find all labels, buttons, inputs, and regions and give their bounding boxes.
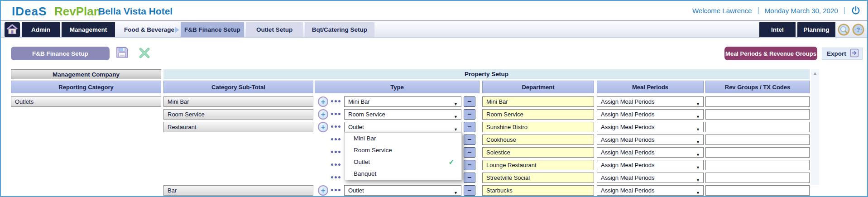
meal-periods-select[interactable]: Assign Meal Periods▼ xyxy=(597,109,704,120)
department-field[interactable]: Solestice xyxy=(482,147,594,158)
rev-groups-input[interactable] xyxy=(705,135,810,145)
table-row: Outlets Mini Bar + Mini Bar▼ − Mini Bar … xyxy=(1,96,868,107)
divider: | xyxy=(844,6,845,15)
chevron-down-icon: ▼ xyxy=(454,100,458,109)
nav-item-management[interactable]: Management xyxy=(62,22,115,37)
department-field[interactable]: Lounge Restaurant xyxy=(482,160,594,170)
export-icon xyxy=(850,48,859,59)
category-subtotal-cell: Bar xyxy=(163,185,313,196)
chevron-down-icon: ▼ xyxy=(696,188,700,197)
department-field[interactable]: Streetville Social xyxy=(482,173,594,183)
rev-groups-input[interactable] xyxy=(705,122,810,132)
remove-row-button[interactable]: − xyxy=(464,109,475,120)
column-header-department: Department xyxy=(482,81,594,93)
column-header-reporting-category: Reporting Category xyxy=(11,81,161,93)
add-row-button[interactable]: + xyxy=(318,185,328,196)
rev-groups-input[interactable] xyxy=(705,185,810,196)
cancel-icon[interactable] xyxy=(138,47,151,61)
tab-outlet-setup[interactable]: Outlet Setup xyxy=(246,22,303,37)
add-row-button[interactable]: + xyxy=(318,109,328,120)
check-icon: ✓ xyxy=(448,156,454,168)
meal-periods-select[interactable]: Assign Meal Periods▼ xyxy=(597,185,704,196)
department-field[interactable]: Room Service xyxy=(482,109,594,120)
drag-handle-icon[interactable] xyxy=(331,189,342,191)
meal-periods-select[interactable]: Assign Meal Periods▼ xyxy=(597,122,704,132)
dropdown-item-room-service[interactable]: Room Service xyxy=(345,144,461,156)
rev-groups-input[interactable] xyxy=(705,96,810,107)
chevron-down-icon: ▼ xyxy=(454,188,458,197)
save-icon[interactable] xyxy=(115,46,129,60)
breadcrumb-arrow-icon xyxy=(175,27,179,33)
nav-item-admin[interactable]: Admin xyxy=(22,22,60,37)
meal-periods-select[interactable]: Assign Meal Periods▼ xyxy=(597,173,704,183)
dropdown-item-banquet[interactable]: Banquet xyxy=(345,168,461,180)
date-text: Monday March 30, 2020 xyxy=(765,7,838,14)
logo-revplan: RevPlan xyxy=(54,5,101,19)
drag-handle-icon[interactable] xyxy=(331,113,342,115)
app-window: IDeaS RevPlan Bella Vista Hotel Welcome … xyxy=(0,0,868,197)
category-subtotal-cell: Mini Bar xyxy=(163,96,313,107)
rev-groups-input[interactable] xyxy=(705,147,810,158)
meal-periods-select[interactable]: Assign Meal Periods▼ xyxy=(597,96,704,107)
logout-power-icon[interactable] xyxy=(851,5,861,15)
department-field[interactable]: Starbucks xyxy=(482,185,594,196)
remove-row-button[interactable]: − xyxy=(464,96,475,107)
remove-row-button[interactable]: − xyxy=(464,147,475,158)
add-row-button[interactable]: + xyxy=(318,96,328,107)
drag-handle-icon[interactable] xyxy=(331,100,342,102)
column-header-rev-groups: Rev Groups / TX Codes xyxy=(705,81,810,93)
type-select-open[interactable]: Outlet▼ xyxy=(344,122,461,132)
rev-groups-input[interactable] xyxy=(705,173,810,183)
group-header-management-company: Management Company xyxy=(11,69,161,79)
dropdown-item-outlet[interactable]: Outlet✓ xyxy=(345,156,461,168)
breadcrumb: Food & Beverage xyxy=(124,22,174,37)
planning-button[interactable]: Planning xyxy=(797,22,835,37)
department-field[interactable]: Mini Bar xyxy=(482,96,594,107)
tab-fb-finance-setup[interactable]: F&B Finance Setup xyxy=(181,22,244,37)
department-field[interactable]: Cookhouse xyxy=(482,135,594,145)
table-row: Room Service + Room Service▼ − Room Serv… xyxy=(1,109,868,120)
chevron-down-icon: ▼ xyxy=(696,163,700,173)
page-title-button[interactable]: F&B Finance Setup xyxy=(11,47,110,60)
reporting-category-cell: Outlets xyxy=(11,96,161,107)
chevron-down-icon: ▼ xyxy=(696,112,700,122)
dropdown-item-mini-bar[interactable]: Mini Bar xyxy=(345,133,461,144)
meal-periods-select[interactable]: Assign Meal Periods▼ xyxy=(597,135,704,145)
drag-handle-icon[interactable] xyxy=(331,125,342,128)
intel-button[interactable]: Intel xyxy=(759,22,796,37)
drag-handle-icon[interactable] xyxy=(331,163,342,166)
tab-bqt-catering-setup[interactable]: Bqt/Catering Setup xyxy=(305,22,374,37)
rev-groups-input[interactable] xyxy=(705,160,810,170)
drag-handle-icon[interactable] xyxy=(331,176,342,178)
drag-handle-icon[interactable] xyxy=(331,151,342,153)
type-select[interactable]: Room Service▼ xyxy=(344,109,461,120)
scroll-up-icon[interactable]: ▲ xyxy=(811,69,819,77)
svg-text:?: ? xyxy=(857,26,860,33)
meal-periods-select[interactable]: Assign Meal Periods▼ xyxy=(597,160,704,170)
logo-ideas: IDeaS xyxy=(12,5,47,19)
export-button[interactable]: Export xyxy=(822,48,863,60)
chevron-down-icon: ▼ xyxy=(696,138,700,147)
help-icon[interactable]: ? xyxy=(852,24,864,38)
add-row-button[interactable]: + xyxy=(318,122,328,132)
type-dropdown-menu: Mini Bar Room Service Outlet✓ Banquet xyxy=(344,132,462,180)
remove-row-button[interactable]: − xyxy=(464,173,475,183)
drag-handle-icon[interactable] xyxy=(331,138,342,140)
remove-row-button[interactable]: − xyxy=(464,160,475,170)
home-button[interactable] xyxy=(5,22,20,37)
remove-row-button[interactable]: − xyxy=(464,185,475,196)
column-header-type: Type xyxy=(315,81,480,93)
meal-periods-revenue-groups-button[interactable]: Meal Periods & Revenue Groups xyxy=(724,47,817,60)
remove-row-button[interactable]: − xyxy=(464,122,475,132)
remove-row-button[interactable]: − xyxy=(464,135,475,145)
rev-groups-input[interactable] xyxy=(705,109,810,120)
top-header: IDeaS RevPlan Bella Vista Hotel Welcome … xyxy=(1,1,867,20)
type-select[interactable]: Mini Bar▼ xyxy=(344,96,461,107)
type-select[interactable]: Outlet▼ xyxy=(344,185,461,196)
meal-periods-select[interactable]: Assign Meal Periods▼ xyxy=(597,147,704,158)
chevron-down-icon: ▼ xyxy=(696,150,700,160)
divider: | xyxy=(757,6,759,15)
department-field[interactable]: Sunshine Bistro xyxy=(482,122,594,132)
search-icon[interactable] xyxy=(838,24,850,38)
chevron-down-icon: ▼ xyxy=(696,176,700,185)
